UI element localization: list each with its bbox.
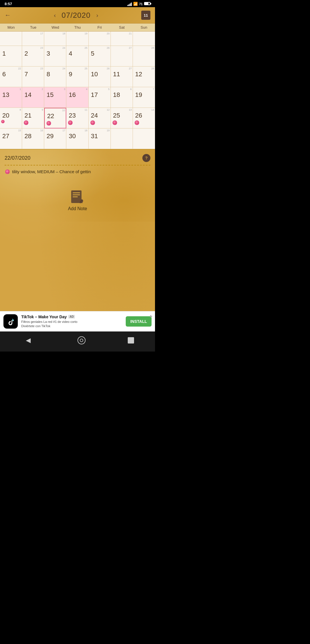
divider <box>5 165 150 165</box>
recents-button[interactable] <box>128 337 134 344</box>
table-row[interactable]: 24 3 <box>44 46 66 67</box>
back-nav-button[interactable]: ◀ <box>21 335 35 346</box>
day-header-sat: Sat <box>111 24 133 31</box>
table-row[interactable]: 17 <box>22 32 44 46</box>
prev-month-button[interactable]: ‹ <box>52 11 58 20</box>
table-row[interactable]: 11 23 <box>66 108 88 128</box>
ad-description: Filtros geniales La red #1 de video cort… <box>21 320 122 329</box>
table-row[interactable]: 28 <box>133 46 155 67</box>
table-row[interactable]: 14 26 <box>133 108 155 128</box>
wifi-icon: 📶 <box>133 2 138 6</box>
table-row[interactable]: 18 30 <box>66 128 88 149</box>
table-row[interactable]: 12 24 <box>89 108 111 128</box>
table-row[interactable]: 15 27 <box>0 128 22 149</box>
status-bar: 8:57 📶 71 <box>0 0 155 7</box>
fertility-dot <box>135 120 139 125</box>
table-row[interactable]: 13 25 <box>111 108 133 128</box>
signal-icon <box>127 2 132 6</box>
table-row[interactable]: 17 29 <box>44 128 66 149</box>
table-row[interactable]: 25 4 <box>66 46 88 67</box>
table-row[interactable]: 1 <box>0 46 22 67</box>
day-headers-row: Mon Tue Wed Thu Fri Sat Sun <box>0 24 155 32</box>
fertility-dot <box>46 121 51 126</box>
add-note-section[interactable]: Add Note <box>5 177 150 217</box>
ad-title: TikTok – Make Your Day AD <box>21 315 122 319</box>
fertility-dot <box>24 120 28 125</box>
home-button[interactable] <box>78 336 86 344</box>
table-row[interactable]: 24 8 <box>44 67 66 87</box>
table-row[interactable]: 9 21 <box>22 108 44 128</box>
add-note-label[interactable]: Add Note <box>68 206 87 211</box>
table-row[interactable]: 19 31 <box>89 128 111 149</box>
table-row[interactable]: 3 15 <box>44 87 66 108</box>
calendar-header: ← ‹ 07/2020 › 11 <box>0 7 155 24</box>
calendar: Mon Tue Wed Thu Fri Sat Sun 17 18 19 20 <box>0 24 155 149</box>
fertility-info: tility window, MEDIUM – Chance of gettin <box>5 169 150 174</box>
table-row[interactable]: 27 <box>111 46 133 67</box>
table-row[interactable] <box>0 32 22 46</box>
day-header-mon: Mon <box>0 24 22 31</box>
note-icon <box>69 189 86 206</box>
table-row[interactable]: 1 13 <box>0 87 22 108</box>
table-row[interactable]: 6 18 <box>111 87 133 108</box>
month-title: 07/2020 <box>62 11 91 20</box>
info-panel: 22/07/2020 ? tility window, MEDIUM – Cha… <box>0 149 155 222</box>
table-row[interactable]: 28 12 <box>133 67 155 87</box>
table-row[interactable]: 4 16 <box>66 87 88 108</box>
status-time: 8:57 <box>5 2 12 6</box>
table-row[interactable]: 21 <box>111 32 133 46</box>
fertility-dot <box>113 120 117 125</box>
table-row[interactable]: 23 2 <box>22 46 44 67</box>
table-row[interactable] <box>111 128 133 149</box>
ad-logo <box>3 314 18 329</box>
ad-badge: AD <box>68 315 75 319</box>
ad-info-icon[interactable]: ► <box>149 314 153 318</box>
fertility-dot <box>68 120 73 125</box>
day-header-fri: Fri <box>89 24 111 31</box>
day-header-tue: Tue <box>22 24 44 31</box>
table-row[interactable]: 16 28 <box>22 128 44 149</box>
table-row[interactable]: 8 20 <box>0 108 22 128</box>
table-row[interactable]: 18 <box>44 32 66 46</box>
table-row[interactable]: 2 14 <box>22 87 44 108</box>
table-row[interactable]: 20 <box>89 32 111 46</box>
table-row[interactable]: 10 22 <box>44 108 66 128</box>
calendar-grid: 17 18 19 20 21 1 23 2 2 <box>0 32 155 149</box>
ad-banner: TikTok – Make Your Day AD Filtros genial… <box>0 311 155 331</box>
table-row[interactable]: 19 <box>66 32 88 46</box>
status-right: 📶 71 <box>127 2 150 6</box>
battery-level: 71 <box>139 2 143 6</box>
table-row[interactable]: 5 17 <box>89 87 111 108</box>
table-row[interactable] <box>133 128 155 149</box>
fertility-dot <box>90 120 95 125</box>
system-nav-bar: ◀ <box>0 331 155 352</box>
svg-rect-2 <box>73 194 80 195</box>
table-row[interactable]: 25 9 <box>66 67 88 87</box>
tiktok-icon <box>6 317 15 326</box>
period-dot <box>1 120 5 123</box>
table-row[interactable]: 27 11 <box>111 67 133 87</box>
ad-content: TikTok – Make Your Day AD Filtros genial… <box>21 315 122 329</box>
fertility-dot-info <box>5 169 10 174</box>
back-button[interactable]: ← <box>5 11 11 19</box>
svg-rect-3 <box>73 196 78 197</box>
table-row[interactable]: 23 7 <box>22 67 44 87</box>
day-header-sun: Sun <box>133 24 155 31</box>
help-button[interactable]: ? <box>142 154 150 162</box>
next-month-button[interactable]: › <box>94 11 100 20</box>
battery-icon <box>144 2 150 6</box>
svg-rect-1 <box>73 192 80 193</box>
day-header-wed: Wed <box>44 24 66 31</box>
install-button[interactable]: INSTALL <box>126 316 152 327</box>
month-nav: ‹ 07/2020 › <box>52 11 100 20</box>
table-row[interactable]: 26 5 <box>89 46 111 67</box>
calendar-icon-button[interactable]: 11 <box>141 11 150 20</box>
day-header-thu: Thu <box>66 24 88 31</box>
table-row[interactable] <box>133 32 155 46</box>
table-row[interactable]: 7 19 <box>133 87 155 108</box>
table-row[interactable]: 22 6 <box>0 67 22 87</box>
table-row[interactable]: 26 10 <box>89 67 111 87</box>
selected-date-display: 22/07/2020 ? <box>5 154 150 162</box>
